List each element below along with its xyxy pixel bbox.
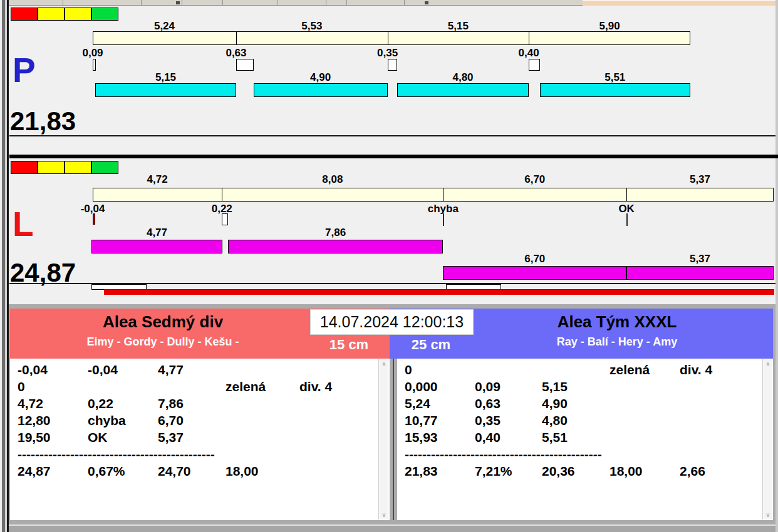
table-cell: 4,90 <box>542 396 568 411</box>
status-light <box>38 161 65 174</box>
table-cell: div. 4 <box>299 379 332 394</box>
table-divider: ----------------------------------------… <box>18 447 215 462</box>
toolbar-separator <box>182 0 182 5</box>
split-time-label: 4,72 <box>120 173 195 186</box>
run-time-label: 6,70 <box>497 253 573 265</box>
split-time-label: 5,15 <box>420 20 495 33</box>
split-bar-divider <box>443 188 443 201</box>
table-cell: 10,77 <box>405 413 438 428</box>
event-marker-line <box>626 213 628 226</box>
changeover-marker <box>388 59 397 71</box>
table-cell: 0,09 <box>475 379 501 394</box>
run-bar <box>95 83 236 97</box>
split-time-label: 8,08 <box>295 173 370 186</box>
split-bar-divider <box>388 32 388 44</box>
table-cell: chyba <box>88 413 126 428</box>
team-right-results-table[interactable]: 0zelenádiv. 40,0000,095,155,240,634,9010… <box>397 359 773 520</box>
run-bar <box>443 266 626 280</box>
status-light <box>11 161 38 174</box>
run-time-label: 5,37 <box>662 253 737 265</box>
team-right-jump-height: 25 cm <box>396 337 466 353</box>
toolbar-separator <box>277 0 278 5</box>
table-cell: zelená <box>226 379 266 394</box>
run-bar <box>91 240 222 253</box>
toolbar-separator <box>141 0 142 5</box>
table-total-cell: 21,83 <box>405 464 438 479</box>
table-total-cell: 18,00 <box>609 464 643 479</box>
lane-l-letter: L <box>13 204 34 244</box>
bottom-band <box>9 526 775 532</box>
split-bar-divider <box>626 188 627 201</box>
table-cell: 15,93 <box>405 430 438 445</box>
right-table-scrollbar[interactable]: ∧ ∨ <box>762 359 772 519</box>
team-left-results-table[interactable]: -0,04-0,044,770zelenádiv. 44,720,227,861… <box>10 359 390 520</box>
run-time-label: 4,90 <box>283 71 358 84</box>
lane-p-total-time: 21,83 <box>10 106 76 136</box>
table-cell: 5,15 <box>542 379 568 394</box>
table-cell: 0,000 <box>405 379 438 394</box>
status-light <box>11 8 38 21</box>
table-cell: OK <box>88 430 108 445</box>
table-total-cell: 24,70 <box>158 464 191 479</box>
scrollbar-up-icon[interactable]: ∧ <box>379 359 389 369</box>
changeover-time-label: 0,40 <box>501 47 557 59</box>
table-divider: ----------------------------------------… <box>405 447 602 462</box>
scrollbar-down-icon[interactable]: ∨ <box>763 510 773 519</box>
run-bar <box>254 83 388 97</box>
split-time-label: 5,24 <box>127 20 202 33</box>
table-cell: 0,22 <box>88 396 113 411</box>
run-progress-bar <box>104 289 774 295</box>
table-total-cell: 7,21% <box>475 464 512 479</box>
toolbar-separator <box>404 0 405 5</box>
table-cell: 0,35 <box>475 413 501 428</box>
table-total-cell: 24,87 <box>18 464 51 479</box>
status-light <box>65 8 91 21</box>
table-cell: 12,80 <box>18 413 51 428</box>
team-left-jump-height: 15 cm <box>314 337 383 353</box>
table-cell: zelená <box>609 362 650 377</box>
run-time-label: 7,86 <box>298 227 373 239</box>
changeover-time-label: 0,09 <box>65 47 121 59</box>
table-cell: 6,70 <box>158 413 184 428</box>
split-time-label: 5,37 <box>662 173 737 186</box>
lane-p-bottom-line <box>9 135 775 136</box>
split-time-label: 5,90 <box>572 20 647 33</box>
scrollbar-up-icon[interactable]: ∧ <box>763 359 773 369</box>
toolbar-separator <box>222 0 223 5</box>
toolbar-separator <box>326 0 326 5</box>
lane-p-letter: P <box>13 50 36 90</box>
team-right-members: Ray - Balí - Hery - Amy <box>473 335 761 349</box>
toolbar-mark <box>176 1 180 4</box>
split-time-label: 6,70 <box>497 173 573 186</box>
table-total-cell: 0,67% <box>88 464 125 479</box>
split-bar <box>93 31 690 45</box>
toolbar-separator <box>346 0 347 5</box>
scrollbar-down-icon[interactable]: ∨ <box>379 510 389 519</box>
table-cell: 5,37 <box>158 430 184 445</box>
table-total-cell: 18,00 <box>226 464 259 479</box>
split-bar-divider <box>236 32 237 44</box>
table-cell: 0,63 <box>475 396 501 411</box>
table-total-cell: 2,66 <box>680 464 705 479</box>
split-bar-divider <box>222 188 222 201</box>
run-time-label: 4,77 <box>119 227 194 239</box>
table-cell: 0,40 <box>475 430 501 445</box>
table-cell: -0,04 <box>88 362 118 377</box>
toolbar-mark <box>425 1 428 4</box>
table-cell: 19,50 <box>18 430 51 445</box>
table-cell: 5,51 <box>542 430 568 445</box>
datetime-display: 14.07.2024 12:00:13 <box>310 309 474 335</box>
table-cell: 7,86 <box>158 396 184 411</box>
run-time-label: 4,80 <box>425 71 501 84</box>
run-time-label: 5,51 <box>578 71 653 84</box>
changeover-marker <box>236 59 254 71</box>
table-cell: 0 <box>18 379 25 394</box>
lane-separator-bar <box>9 155 778 158</box>
background-window-edge <box>0 0 778 6</box>
window-right-edge <box>775 0 778 532</box>
left-table-scrollbar[interactable]: ∧ ∨ <box>378 359 388 519</box>
status-light <box>91 161 118 174</box>
status-light <box>91 8 118 21</box>
background-window-tan-area <box>583 0 778 6</box>
run-time-label: 5,15 <box>128 71 203 84</box>
